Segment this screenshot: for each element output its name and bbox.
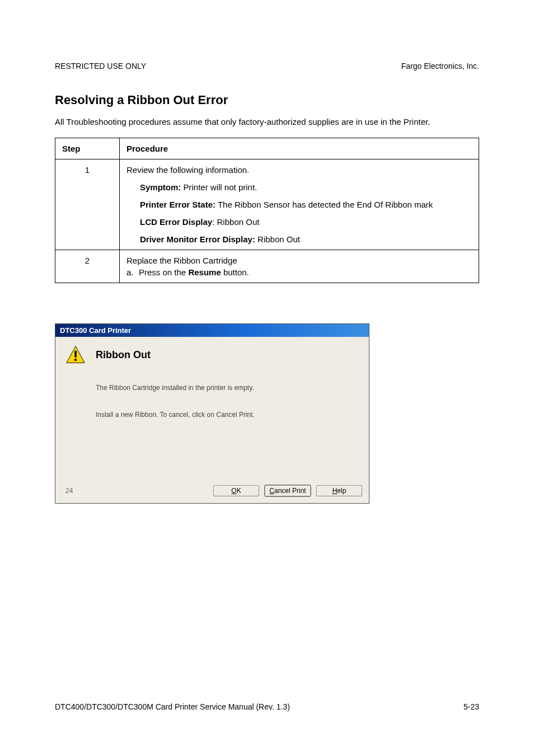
lcd-text: : Ribbon Out <box>212 217 259 227</box>
step-number: 1 <box>55 159 120 250</box>
col-procedure: Procedure <box>120 138 479 159</box>
header-left: RESTRICTED USE ONLY <box>55 62 146 71</box>
cancel-print-button[interactable]: Cancel Print <box>265 485 311 496</box>
header-right: Fargo Electronics, Inc. <box>401 62 479 71</box>
table-row: 2 Replace the Ribbon Cartridge a. Press … <box>55 250 479 283</box>
lcd-label: LCD Error Display <box>140 217 212 227</box>
footer-left: DTC400/DTC300/DTC300M Card Printer Servi… <box>55 702 290 711</box>
symptom-text: Printer will not print. <box>181 182 257 192</box>
dialog-titlebar: DTC300 Card Printer <box>55 324 369 337</box>
dialog-line-2: Install a new Ribbon. To cancel, click o… <box>96 411 359 419</box>
svg-rect-2 <box>74 359 77 361</box>
symptom-label: Symptom: <box>140 182 181 192</box>
ok-button[interactable]: OK <box>213 485 259 496</box>
help-button[interactable]: Help <box>316 485 362 496</box>
step-number: 2 <box>55 250 120 283</box>
procedure-cell: Review the following information. Sympto… <box>120 159 479 250</box>
dialog-line-1: The Ribbon Cartridge installed in the pr… <box>96 384 359 392</box>
section-intro: All Troubleshooting procedures assume th… <box>55 116 479 128</box>
state-text: The Ribbon Sensor has detected the End O… <box>216 200 433 209</box>
driver-text: Ribbon Out <box>255 234 300 244</box>
section-heading: Resolving a Ribbon Out Error <box>55 93 479 107</box>
table-row: 1 Review the following information. Symp… <box>55 159 479 250</box>
dialog-heading: Ribbon Out <box>96 349 151 361</box>
procedure-cell: Replace the Ribbon Cartridge a. Press on… <box>120 250 479 283</box>
list-text-post: button. <box>221 267 249 277</box>
state-label: Printer Error State: <box>140 200 216 209</box>
cancel-rest: ancel Print <box>274 487 306 495</box>
ok-mnemonic: O <box>231 487 236 495</box>
help-rest: elp <box>337 487 346 495</box>
ok-rest: K <box>237 487 241 495</box>
cancel-mnemonic: C <box>269 487 274 495</box>
error-dialog: DTC300 Card Printer Ribbon Out The Ribbo… <box>55 323 369 504</box>
procedure-lead: Replace the Ribbon Cartridge <box>127 256 472 265</box>
procedure-lead: Review the following information. <box>127 165 472 175</box>
svg-rect-1 <box>74 351 77 358</box>
dialog-count: 24 <box>62 487 73 495</box>
list-text-strong: Resume <box>188 267 221 277</box>
list-letter: a. <box>127 267 139 277</box>
driver-label: Driver Monitor Error Display: <box>140 234 255 244</box>
col-step: Step <box>55 138 120 159</box>
list-text-pre: Press on the <box>139 267 188 277</box>
table-header-row: Step Procedure <box>55 138 479 159</box>
footer-right: 5-23 <box>463 702 479 711</box>
procedure-table: Step Procedure 1 Review the following in… <box>55 138 479 283</box>
warning-icon <box>65 345 86 365</box>
